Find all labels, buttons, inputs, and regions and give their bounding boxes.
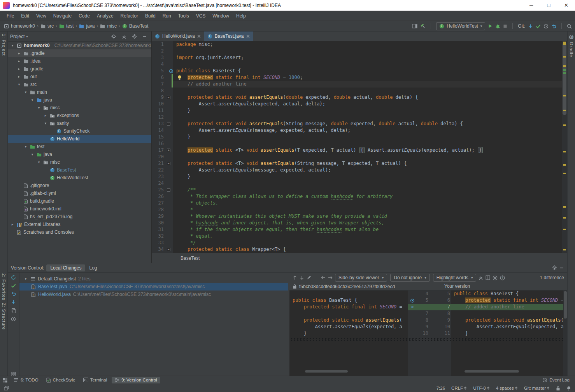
stripe-project-button[interactable]: 1: Project bbox=[2, 34, 6, 56]
diff-right-hscrollbar[interactable] bbox=[465, 370, 519, 373]
code-line-4[interactable]: 4 bbox=[152, 61, 562, 68]
tool-windows-icon[interactable] bbox=[412, 24, 417, 28]
locate-file-icon[interactable] bbox=[111, 34, 116, 39]
stripe-structure-button[interactable]: Z: Structure bbox=[2, 303, 6, 330]
indent-select[interactable]: 4 spaces bbox=[496, 386, 518, 390]
error-stripe-mark[interactable] bbox=[563, 249, 566, 250]
menu-code[interactable]: Code bbox=[75, 12, 93, 20]
breadcrumb-item-java[interactable]: java bbox=[79, 23, 95, 29]
close-icon[interactable] bbox=[246, 35, 250, 38]
line-ending-select[interactable]: CRLF bbox=[451, 386, 467, 390]
menu-build[interactable]: Build bbox=[142, 12, 159, 20]
refresh-icon[interactable] bbox=[11, 275, 16, 280]
rollback-icon[interactable] bbox=[11, 291, 16, 296]
tree-expand-toggle[interactable]: ▸ bbox=[10, 222, 15, 226]
collapse-all-icon[interactable] bbox=[122, 34, 126, 39]
search-everywhere-icon[interactable] bbox=[567, 24, 572, 29]
tree-expand-toggle[interactable]: ▾ bbox=[10, 44, 15, 47]
breadcrumb-item-src[interactable]: src bbox=[40, 23, 54, 29]
menu-file[interactable]: File bbox=[3, 12, 18, 20]
menu-help[interactable]: Help bbox=[233, 12, 249, 20]
error-stripe-mark[interactable] bbox=[563, 95, 566, 96]
error-stripe-mark[interactable] bbox=[563, 72, 566, 74]
tree-expand-toggle[interactable]: ▾ bbox=[17, 82, 21, 86]
changed-file-BaseTest.java[interactable]: JBaseTest.javaC:\Users\me\Files\School\C… bbox=[19, 283, 288, 290]
error-stripe-mark[interactable] bbox=[563, 151, 566, 152]
menu-analyze[interactable]: Analyze bbox=[93, 12, 117, 20]
tree-item-.idea[interactable]: ▸.idea bbox=[8, 57, 151, 65]
changed-file-HelloWorld.java[interactable]: JHelloWorld.javaC:\Users\me\Files\School… bbox=[19, 290, 288, 298]
chevron-down-icon[interactable]: ▾ bbox=[26, 35, 28, 38]
fold-toggle-icon[interactable]: − bbox=[167, 122, 170, 126]
vcs-tab-Log[interactable]: Log bbox=[85, 264, 101, 271]
toolwindow-button-CheckStyle[interactable]: CheckStyle bbox=[43, 377, 79, 383]
menu-window[interactable]: Window bbox=[209, 12, 233, 20]
code-line-10[interactable]: 10 Assert.assertEquals(expected, actual,… bbox=[152, 101, 562, 107]
toolwindow-button-6: TODO[interactable]: 6: TODO bbox=[11, 377, 42, 383]
git-update-icon[interactable] bbox=[528, 24, 533, 29]
error-stripe-mark[interactable] bbox=[563, 56, 566, 58]
tree-item-External Libraries[interactable]: ▸External Libraries bbox=[8, 220, 151, 228]
build-icon[interactable] bbox=[420, 23, 426, 29]
caret-position[interactable]: 7:26 bbox=[437, 386, 445, 390]
menu-vcs[interactable]: VCS bbox=[193, 12, 209, 20]
code-line-22[interactable]: 22 Assert.assertEquals(message, expected… bbox=[152, 167, 562, 173]
error-stripe-mark[interactable] bbox=[563, 217, 566, 219]
toolwindow-button-Event Log[interactable]: Event Log bbox=[539, 377, 573, 383]
git-branch-widget[interactable]: Git: master bbox=[524, 386, 550, 390]
tree-item-misc[interactable]: ▾misc bbox=[8, 158, 151, 166]
sync-scroll-icon[interactable] bbox=[486, 275, 490, 280]
tree-item-src[interactable]: ▾src bbox=[8, 80, 151, 88]
tree-expand-toggle[interactable]: ▾ bbox=[23, 145, 28, 149]
gear-icon[interactable] bbox=[132, 34, 137, 39]
error-stripe-mark[interactable] bbox=[563, 65, 566, 67]
tree-expand-toggle[interactable]: ▾ bbox=[30, 98, 35, 102]
code-line-24[interactable]: 24 bbox=[152, 180, 562, 187]
show-history-icon[interactable] bbox=[11, 317, 16, 322]
diff-left-hscrollbar[interactable] bbox=[305, 370, 348, 373]
code-line-8[interactable]: 8 bbox=[152, 88, 562, 94]
tree-item-build.gradle[interactable]: build.gradle bbox=[8, 197, 151, 205]
tree-expand-toggle[interactable]: ▸ bbox=[17, 67, 21, 71]
code-line-25[interactable]: 25− /** bbox=[152, 187, 562, 193]
menu-run[interactable]: Run bbox=[159, 12, 175, 20]
fold-toggle-icon[interactable]: − bbox=[167, 188, 170, 192]
minimize-button[interactable]: ─ bbox=[522, 0, 540, 10]
error-stripe-mark[interactable] bbox=[563, 110, 566, 111]
tree-item-homework0[interactable]: ▾homework0C:\Users\me\Files\School\CSE 3… bbox=[8, 42, 151, 49]
encoding-select[interactable]: UTF-8 bbox=[473, 386, 490, 390]
tree-expand-toggle[interactable]: ▸ bbox=[17, 59, 21, 63]
stripe-favorites-button[interactable]: 2: Favorites bbox=[2, 273, 6, 300]
tree-item-hs_err_pid23716.log[interactable]: hs_err_pid23716.log bbox=[8, 213, 151, 220]
code-line-6[interactable]: 6 protected static final int SECOND = 10… bbox=[152, 74, 562, 81]
tree-expand-toggle[interactable]: ▾ bbox=[37, 106, 41, 110]
readonly-lock-icon[interactable] bbox=[556, 386, 560, 391]
tree-expand-toggle[interactable]: ▸ bbox=[17, 51, 21, 55]
code-line-16[interactable]: 16 bbox=[152, 140, 562, 147]
code-line-23[interactable]: 23 } bbox=[152, 173, 562, 180]
code-line-14[interactable]: 14 Assert.assertEquals(message, expected… bbox=[152, 127, 562, 134]
help-icon[interactable]: ? bbox=[500, 275, 505, 280]
previous-file-icon[interactable] bbox=[321, 275, 326, 280]
run-button[interactable] bbox=[488, 24, 493, 28]
scrollbar-thumb[interactable] bbox=[564, 291, 567, 318]
breadcrumb-item-test[interactable]: test bbox=[59, 23, 74, 29]
code-line-12[interactable]: 12 bbox=[152, 114, 562, 121]
code-line-28[interactable]: 28 * bbox=[152, 206, 562, 213]
error-stripe-mark[interactable] bbox=[563, 164, 566, 166]
tree-item-exceptions[interactable]: ▸exceptions bbox=[8, 112, 151, 119]
fold-toggle-icon[interactable]: − bbox=[167, 248, 170, 251]
code-line-2[interactable]: 2 bbox=[152, 48, 562, 54]
git-commit-icon[interactable] bbox=[536, 24, 541, 28]
debug-button[interactable] bbox=[495, 24, 500, 29]
editor-scrollbar[interactable] bbox=[562, 41, 567, 253]
code-line-7[interactable]: 7 // added another line bbox=[152, 81, 562, 88]
menu-tools[interactable]: Tools bbox=[175, 12, 193, 20]
code-line-31[interactable]: 31 * if the inner objects are equal, the… bbox=[152, 226, 562, 233]
code-line-17[interactable]: 17+ protected static <T> void assertEqua… bbox=[152, 147, 562, 154]
stripe-gradle-button[interactable]: Gradle bbox=[569, 42, 574, 57]
code-line-11[interactable]: 11 } bbox=[152, 107, 562, 114]
create-patch-icon[interactable] bbox=[11, 308, 16, 313]
code-line-3[interactable]: 3import org.junit.Assert; bbox=[152, 54, 562, 61]
restore-windows-icon[interactable] bbox=[4, 386, 9, 390]
